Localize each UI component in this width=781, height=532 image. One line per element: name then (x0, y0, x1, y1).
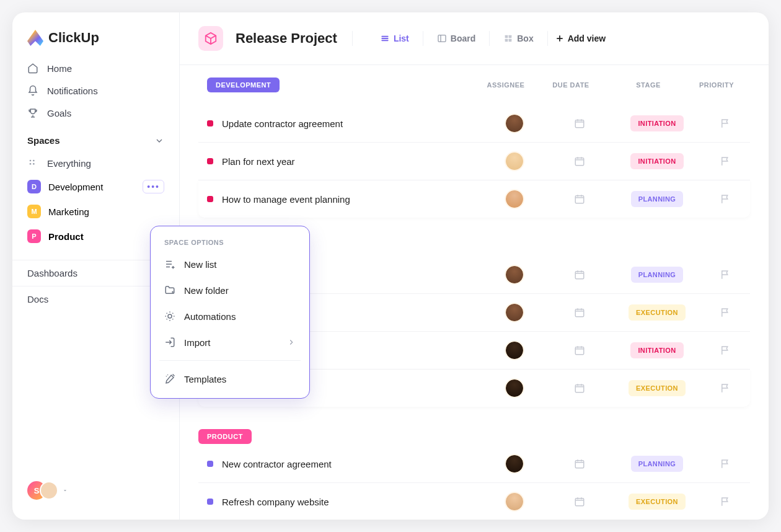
stage-cell[interactable]: PLANNING (614, 456, 700, 472)
due-date-cell[interactable] (545, 307, 614, 318)
priority-cell[interactable] (700, 307, 750, 318)
assignee-cell[interactable] (483, 113, 545, 133)
svg-point-1 (33, 160, 35, 162)
popover-import-label: Import (184, 337, 211, 348)
svg-rect-19 (575, 499, 584, 506)
due-date-cell[interactable] (545, 345, 614, 356)
task-row[interactable]: Refresh company websiteEXECUTION (198, 483, 750, 520)
brand-logo[interactable]: ClickUp (12, 21, 179, 57)
popover-templates[interactable]: Templates (156, 366, 304, 392)
nav-goals[interactable]: Goals (12, 102, 179, 124)
due-date-cell[interactable] (545, 118, 614, 129)
space-badge: M (27, 205, 41, 218)
nav-goals-label: Goals (47, 108, 71, 118)
popover-import[interactable]: Import (156, 329, 304, 355)
stage-cell[interactable]: EXECUTION (614, 380, 700, 396)
col-stage: STAGE (605, 81, 692, 89)
space-badge: P (27, 229, 41, 243)
tab-box[interactable]: Box (497, 30, 539, 47)
list-icon (380, 33, 390, 43)
sidebar-space-marketing[interactable]: M Marketing (12, 199, 179, 224)
stage-badge: PLANNING (631, 267, 684, 283)
priority-cell[interactable] (700, 458, 750, 469)
nav-notifications[interactable]: Notifications (12, 79, 179, 102)
popover-new-list[interactable]: New list (156, 251, 304, 277)
due-date-cell[interactable] (545, 269, 614, 280)
priority-cell[interactable] (700, 269, 750, 280)
add-view-button[interactable]: Add view (555, 33, 606, 43)
priority-cell[interactable] (700, 383, 750, 394)
space-badge: D (27, 180, 41, 193)
popover-automations[interactable]: Automations (156, 303, 304, 329)
clickup-icon (27, 30, 43, 46)
sidebar-space-development[interactable]: D Development ••• (12, 174, 179, 199)
task-group: Update contractor agreementINITIATIONPla… (198, 105, 750, 218)
cube-icon (198, 26, 223, 51)
task-row[interactable]: Plan for next yearINITIATION (198, 143, 750, 180)
templates-icon (164, 373, 175, 384)
task-group: PRODUCTNew contractor agreementPLANNINGR… (198, 429, 750, 520)
popover-new-folder-label: New folder (184, 285, 229, 296)
svg-point-21 (168, 314, 172, 318)
assignee-cell[interactable] (483, 265, 545, 285)
stage-cell[interactable]: INITIATION (614, 342, 700, 358)
new-list-icon (164, 259, 175, 270)
tab-box-label: Box (517, 33, 533, 43)
priority-cell[interactable] (700, 496, 750, 507)
assignee-cell[interactable] (483, 151, 545, 171)
task-title-cell: Plan for next year (207, 156, 483, 167)
due-date-cell[interactable] (545, 193, 614, 205)
group-pill[interactable]: PRODUCT (198, 429, 252, 444)
assignee-cell[interactable] (483, 189, 545, 209)
avatar (505, 378, 524, 398)
assignee-cell[interactable] (483, 454, 545, 474)
svg-point-0 (30, 160, 32, 162)
popover-new-folder[interactable]: New folder (156, 277, 304, 303)
spaces-header[interactable]: Spaces (12, 124, 179, 152)
priority-cell[interactable] (700, 345, 750, 356)
task-title-cell: How to manage event planning (207, 194, 483, 205)
assignee-cell[interactable] (483, 340, 545, 360)
tab-list[interactable]: List (374, 30, 415, 47)
task-row[interactable]: Update contractor agreementINITIATION (198, 105, 750, 143)
nav-home[interactable]: Home (12, 57, 179, 79)
assignee-cell[interactable] (483, 492, 545, 512)
stage-badge: INITIATION (630, 342, 683, 358)
space-more-button[interactable]: ••• (143, 180, 164, 193)
col-priority: PRIORITY (692, 81, 741, 89)
stage-cell[interactable]: INITIATION (614, 115, 700, 131)
task-row[interactable]: How to manage event planningPLANNING (198, 180, 750, 218)
stage-badge: INITIATION (630, 153, 683, 169)
svg-rect-15 (575, 347, 584, 355)
stage-cell[interactable]: PLANNING (614, 267, 700, 283)
avatar (40, 481, 58, 500)
due-date-cell[interactable] (545, 496, 614, 507)
divider (352, 31, 353, 46)
stage-badge: PLANNING (631, 456, 684, 472)
due-date-cell[interactable] (545, 156, 614, 167)
tab-board[interactable]: Board (431, 30, 482, 47)
brand-name: ClickUp (48, 30, 99, 46)
add-view-label: Add view (568, 33, 606, 43)
svg-rect-18 (575, 461, 584, 468)
group-pill-development[interactable]: DEVELOPMENT (207, 78, 280, 92)
avatar (505, 265, 524, 285)
stage-cell[interactable]: PLANNING (614, 191, 700, 207)
popover-automations-label: Automations (184, 311, 236, 322)
status-dot (207, 120, 213, 126)
assignee-cell[interactable] (483, 303, 545, 322)
priority-cell[interactable] (700, 156, 750, 167)
user-avatar-stack[interactable]: S (12, 470, 179, 511)
assignee-cell[interactable] (483, 378, 545, 398)
stage-cell[interactable]: INITIATION (614, 153, 700, 169)
task-row[interactable]: New contractor agreementPLANNING (198, 445, 750, 483)
stage-cell[interactable]: EXECUTION (614, 494, 700, 510)
due-date-cell[interactable] (545, 383, 614, 394)
chevron-down-icon (154, 136, 164, 146)
priority-cell[interactable] (700, 193, 750, 205)
page-title: Release Project (236, 30, 337, 47)
due-date-cell[interactable] (545, 458, 614, 469)
priority-cell[interactable] (700, 118, 750, 129)
stage-cell[interactable]: EXECUTION (614, 304, 700, 321)
nav-everything[interactable]: Everything (12, 152, 179, 174)
